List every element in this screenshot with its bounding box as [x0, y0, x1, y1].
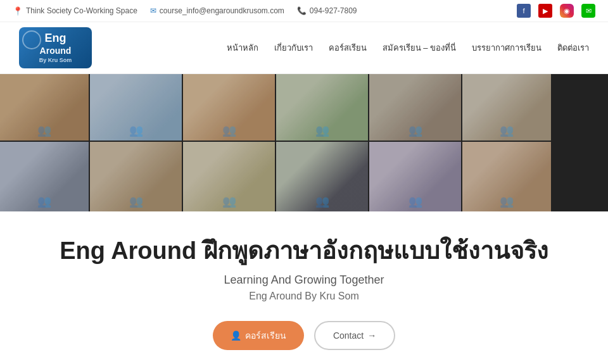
logo-globe	[22, 30, 41, 49]
contact-label: Contact	[333, 330, 364, 341]
photo-2	[90, 74, 182, 141]
photo-12	[462, 142, 551, 211]
courses-icon: 👤	[231, 330, 241, 341]
photo-8	[90, 142, 182, 211]
nav-courses[interactable]: คอร์สเรียน	[329, 41, 367, 54]
nav-contact[interactable]: ติดต่อเรา	[557, 41, 589, 54]
photo-7	[0, 142, 89, 211]
phone-text: 094-927-7809	[310, 6, 357, 15]
youtube-icon[interactable]: ▶	[538, 4, 552, 18]
hero-section: Eng Around ฝึกพูดภาษาอังกฤษแบบใช้งานจริง…	[0, 211, 608, 364]
top-bar-info: 📍 Think Society Co-Working Space ✉ cours…	[13, 6, 357, 16]
contact-button[interactable]: Contact →	[314, 321, 395, 350]
logo[interactable]: Eng Around By Kru Som	[19, 27, 92, 68]
photo-4	[276, 74, 368, 141]
courses-label: คอร์สเรียน	[245, 329, 286, 342]
photo-row-2	[0, 142, 608, 211]
hero-title-eng: Eng Around	[60, 237, 203, 264]
hero-buttons: 👤 คอร์สเรียน Contact →	[13, 321, 595, 350]
line-icon[interactable]: ✉	[581, 4, 595, 18]
instagram-icon[interactable]: ◉	[560, 4, 574, 18]
header: Eng Around By Kru Som หน้าหลัก เกี่ยวกับ…	[0, 22, 608, 74]
email-text: course_info@engaroundkrusom.com	[160, 6, 284, 15]
photo-3	[183, 74, 275, 141]
photo-1	[0, 74, 89, 141]
photo-11	[369, 142, 461, 211]
logo-eng: Eng	[39, 32, 72, 46]
hero-subtitle2: Eng Around By Kru Som	[13, 291, 595, 302]
hero-title: Eng Around ฝึกพูดภาษาอังกฤษแบบใช้งานจริง	[13, 237, 595, 266]
hero-subtitle1: Learning And Growing Together	[13, 273, 595, 287]
logo-text: Eng Around By Kru Som	[39, 32, 72, 64]
phone-item: 📞 094-927-7809	[297, 6, 357, 15]
photo-5	[369, 74, 461, 141]
email-icon: ✉	[150, 6, 156, 15]
facebook-icon[interactable]: f	[517, 4, 531, 18]
courses-button[interactable]: 👤 คอร์สเรียน	[213, 321, 304, 350]
email-item[interactable]: ✉ course_info@engaroundkrusom.com	[150, 6, 284, 15]
location-icon: 📍	[13, 6, 23, 16]
main-nav: หน้าหลัก เกี่ยวกับเรา คอร์สเรียน สมัครเร…	[227, 41, 589, 54]
photo-6	[462, 74, 551, 141]
photo-row-1	[0, 74, 608, 141]
logo-bysom: By Kru Som	[39, 57, 72, 64]
nav-home[interactable]: หน้าหลัก	[227, 41, 258, 54]
photo-grid	[0, 74, 608, 211]
location-text: Think Society Co-Working Space	[26, 6, 137, 15]
social-links[interactable]: f ▶ ◉ ✉	[517, 4, 595, 18]
nav-register[interactable]: สมัครเรียน – ของที่นี่	[383, 41, 456, 54]
nav-atmosphere[interactable]: บรรยากาศการเรียน	[472, 41, 542, 54]
location-item: 📍 Think Society Co-Working Space	[13, 6, 137, 16]
contact-arrow: →	[367, 330, 376, 341]
hero-title-thai: ฝึกพูดภาษาอังกฤษแบบใช้งานจริง	[203, 237, 548, 264]
nav-about[interactable]: เกี่ยวกับเรา	[274, 41, 313, 54]
photo-10	[276, 142, 368, 211]
phone-icon: 📞	[297, 6, 307, 15]
photo-9	[183, 142, 275, 211]
top-bar: 📍 Think Society Co-Working Space ✉ cours…	[0, 0, 608, 22]
logo-around: Around	[39, 46, 72, 56]
